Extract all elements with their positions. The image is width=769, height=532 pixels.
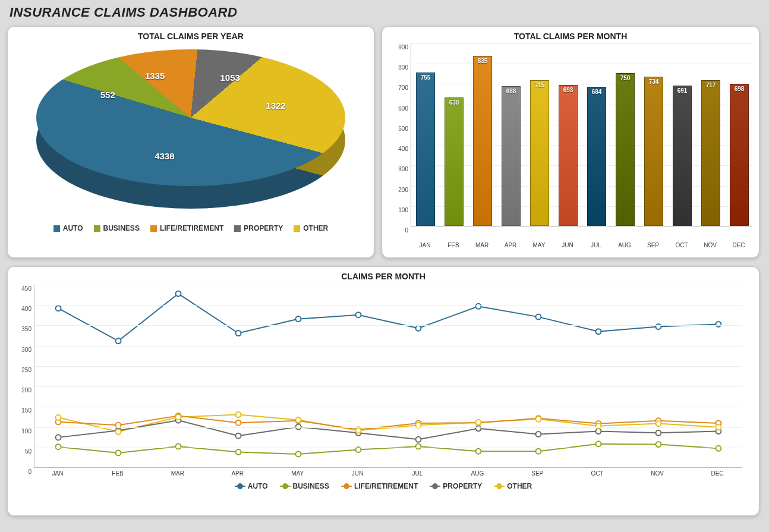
line-xlabel: AUG: [471, 468, 484, 477]
line-xlabel: MAY: [291, 468, 304, 477]
legend-label: PROPERTY: [244, 224, 283, 232]
line-point: [235, 449, 241, 455]
bar-ytick: 300: [387, 166, 408, 172]
line-point: [595, 423, 601, 429]
panel-bar: TOTAL CLAIMS PER MONTH 01002003004005006…: [382, 26, 759, 258]
line-legend: AUTOBUSINESSLIFE/RETIREMENTPROPERTYOTHER: [8, 482, 759, 490]
bar-rect: 630: [445, 97, 464, 226]
bar-value-label: 630: [445, 99, 463, 106]
line-ytick: 100: [11, 427, 31, 434]
line-point: [176, 291, 181, 297]
line-point: [595, 329, 601, 334]
bar-xlabel: APR: [496, 240, 525, 248]
pie-chart: 4338552133510531322: [24, 43, 357, 222]
legend-marker: [280, 486, 291, 487]
bar-rect: 835: [473, 56, 492, 226]
bar-xlabel: JUN: [553, 240, 582, 248]
line-xlabel: APR: [231, 468, 244, 477]
pie-legend: AUTOBUSINESSLIFE/RETIREMENTPROPERTYOTHER: [8, 224, 374, 232]
bar-ytick: 0: [387, 227, 408, 234]
legend-marker: [430, 486, 440, 487]
line-point: [716, 446, 721, 451]
bar-ytick: 200: [387, 186, 408, 193]
bar-value-label: 835: [474, 58, 491, 64]
bar-rect: 717: [701, 80, 720, 226]
line-point: [535, 432, 541, 437]
bar-rect: 698: [730, 84, 749, 226]
line-point: [415, 326, 421, 331]
line-point: [56, 444, 61, 449]
line-point: [235, 420, 241, 426]
line-point: [535, 417, 541, 422]
bar-ytick: 800: [387, 64, 408, 71]
bar-rect: 750: [616, 73, 635, 226]
line-xlabel: FEB: [112, 468, 123, 477]
bar-value-label: 734: [645, 78, 663, 85]
page-title: INSURANCE CLAIMS DASHBOARD: [10, 5, 762, 20]
legend-item: BUSINESS: [94, 224, 140, 232]
bar-value-label: 693: [559, 87, 577, 93]
line-point: [595, 429, 601, 434]
legend-label: PROPERTY: [443, 482, 482, 490]
bar-value-label: 691: [673, 87, 691, 94]
line-point: [295, 417, 301, 423]
bar-xlabel: JUL: [582, 240, 610, 248]
line-point: [475, 304, 481, 309]
line-point: [655, 421, 661, 426]
legend-swatch: [150, 225, 157, 232]
bar-xlabel: NOV: [696, 240, 724, 248]
bar-xlabel: OCT: [667, 240, 696, 248]
line-point: [176, 443, 181, 449]
line-ytick: 0: [11, 468, 31, 475]
line-point: [475, 449, 481, 454]
legend-swatch: [94, 225, 100, 232]
bar-ytick: 600: [387, 105, 408, 111]
line-point: [116, 338, 121, 344]
legend-label: LIFE/RETIREMENT: [160, 224, 223, 232]
pie-slice-label: 552: [100, 90, 115, 100]
bar-xlabel: MAR: [468, 240, 496, 248]
bar-ytick: 500: [387, 125, 408, 131]
line-point: [595, 441, 601, 446]
line-xlabel: OCT: [591, 468, 604, 477]
line-point: [176, 414, 181, 420]
line-ytick: 450: [11, 285, 31, 292]
line-point: [116, 450, 121, 455]
line-point: [56, 306, 61, 311]
pie-slice-label: 1053: [220, 73, 240, 83]
legend-item: OTHER: [494, 482, 532, 490]
bar-value-label: 755: [417, 74, 434, 81]
bar-value-label: 684: [588, 89, 606, 95]
bar-rect: 688: [502, 86, 521, 226]
bar-chart: 0100200300400500600700800900 755 630 835…: [411, 43, 752, 240]
legend-item: PROPERTY: [234, 224, 283, 232]
line-xlabel: JUN: [352, 468, 363, 477]
legend-label: AUTO: [248, 482, 268, 490]
line-point: [655, 442, 661, 447]
line-point: [235, 433, 241, 439]
bar-xlabel: SEP: [639, 240, 667, 248]
bar-xlabel: DEC: [724, 240, 753, 248]
bar-title: TOTAL CLAIMS PER MONTH: [382, 32, 759, 41]
line-ytick: 400: [11, 306, 31, 312]
line-xlabel: DEC: [711, 468, 723, 477]
line-point: [415, 443, 421, 449]
legend-label: LIFE/RETIREMENT: [354, 482, 418, 490]
bar-value-label: 715: [531, 82, 549, 89]
line-point: [295, 316, 301, 322]
bar-xlabel: MAY: [525, 240, 553, 248]
legend-item: OTHER: [294, 224, 328, 232]
line-point: [235, 330, 241, 336]
line-point: [116, 429, 121, 435]
bar-value-label: 688: [502, 88, 520, 95]
line-title: CLAIMS PER MONTH: [8, 272, 759, 281]
bar-value-label: 717: [702, 82, 720, 89]
line-point: [415, 437, 421, 442]
legend-marker: [341, 486, 352, 487]
bar-value-label: 750: [616, 75, 634, 81]
bar-value-label: 698: [730, 86, 748, 92]
bar-rect: 693: [559, 85, 578, 226]
line-point: [716, 322, 721, 327]
line-series: [58, 420, 718, 439]
line-ytick: 350: [11, 326, 31, 332]
